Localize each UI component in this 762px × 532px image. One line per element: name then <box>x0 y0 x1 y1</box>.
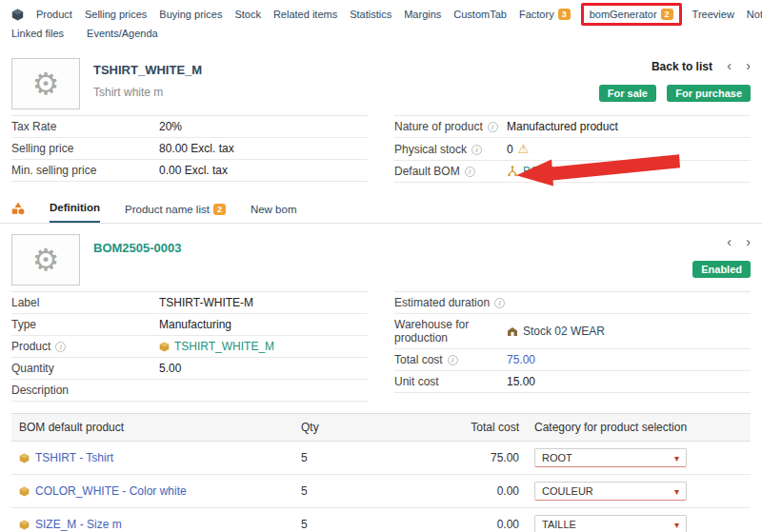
field-label: Default BOM <box>394 165 507 178</box>
tab-statistics[interactable]: Statistics <box>350 9 391 20</box>
table-header-row: BOM default product Qty Total cost Categ… <box>11 414 751 442</box>
tab-linked-files[interactable]: Linked files <box>11 28 64 39</box>
tab-definition[interactable]: Definition <box>50 202 100 223</box>
field-row-selling-price: Selling price 80.00 Excl. tax <box>11 138 368 160</box>
line-product-link[interactable]: COLOR_WHITE - Color white <box>35 484 187 498</box>
col-header-product: BOM default product <box>11 414 293 442</box>
chevron-left-icon[interactable]: ‹ <box>727 58 732 73</box>
bom-lines-table: BOM default product Qty Total cost Categ… <box>11 413 751 532</box>
field-value: 15.00 <box>507 375 535 388</box>
product-fields: Tax Rate 20% Selling price 80.00 Excl. t… <box>0 113 762 183</box>
tab-factory-badge: 3 <box>558 9 571 20</box>
field-value: TSHIRT-WHITE-M <box>159 296 253 309</box>
field-row-product: Product TSHIRT_WHITE_M <box>11 336 368 358</box>
tab-product-name-list-badge: 2 <box>213 204 226 215</box>
product-tab-bar: Product Selling prices Buying prices Sto… <box>0 0 762 25</box>
field-value: 0 <box>507 143 513 156</box>
info-icon <box>465 167 475 177</box>
field-label: Physical stock <box>394 143 507 156</box>
tab-customtab[interactable]: CustomTab <box>453 9 507 20</box>
line-product-link[interactable]: TSHIRT - Tshirt <box>35 451 113 464</box>
category-select[interactable]: ROOT ▾ <box>534 448 687 467</box>
category-select-value: COULEUR <box>542 485 593 497</box>
line-total-cost: 0.00 <box>422 475 527 508</box>
col-header-category: Category for product selection <box>527 414 751 442</box>
tab-margins[interactable]: Margins <box>404 9 441 20</box>
field-row-warehouse: Warehouse for production Stock 02 WEAR <box>394 314 751 349</box>
info-icon <box>55 342 66 352</box>
bom-product-link[interactable]: TSHIRT_WHITE_M <box>174 340 274 353</box>
field-value: 0.00 Excl. tax <box>159 164 228 177</box>
warehouse-value[interactable]: Stock 02 WEAR <box>523 325 605 338</box>
field-value: 80.00 Excl. tax <box>159 142 234 155</box>
col-header-qty: Qty <box>293 414 422 442</box>
back-to-list-link[interactable]: Back to list <box>652 60 712 73</box>
category-select[interactable]: COULEUR ▾ <box>534 482 687 501</box>
default-bom-link[interactable]: BOM2505-0003 <box>523 165 604 178</box>
info-icon <box>494 298 505 308</box>
tab-product-name-list[interactable]: Product name list 2 <box>125 204 226 223</box>
line-qty: 5 <box>293 475 422 508</box>
chevron-right-icon[interactable]: › <box>746 58 751 73</box>
field-row-estimated-duration: Estimated duration <box>394 292 751 314</box>
field-label: Description <box>11 384 159 397</box>
table-row: TSHIRT - Tshirt 5 75.00 ROOT ▾ <box>11 442 751 475</box>
chevron-right-icon[interactable]: › <box>746 234 751 249</box>
table-row: COLOR_WHITE - Color white 5 0.00 COULEUR… <box>11 475 751 508</box>
gear-placeholder-icon: ⚙ <box>32 242 60 278</box>
tab-bomgenerator[interactable]: bomGenerator 2 <box>590 9 673 20</box>
total-cost-link[interactable]: 75.00 <box>507 353 535 366</box>
product-banner: ⚙ TSHIRT_WHITE_M Tshirt white m Back to … <box>0 48 762 113</box>
chevron-down-icon: ▾ <box>674 486 679 497</box>
field-value: 5.00 <box>159 362 181 375</box>
product-module-icon <box>11 9 24 21</box>
info-icon <box>448 355 458 365</box>
tab-events-agenda[interactable]: Events/Agenda <box>87 28 158 39</box>
tab-selling-prices[interactable]: Selling prices <box>85 9 147 20</box>
field-row-nature: Nature of product Manufactured product <box>394 116 751 138</box>
product-title: TSHIRT_WHITE_M <box>93 63 592 77</box>
tab-notes[interactable]: Notes <box>747 9 762 20</box>
field-label: Unit cost <box>394 375 507 388</box>
product-fields-right: Nature of product Manufactured product P… <box>394 115 751 183</box>
field-value: Manufacturing <box>159 318 231 331</box>
field-row-total-cost: Total cost 75.00 <box>394 349 751 371</box>
bom-fields-right: Estimated duration Warehouse for product… <box>394 291 751 402</box>
tab-stock[interactable]: Stock <box>234 9 261 20</box>
field-value: Manufactured product <box>507 120 618 133</box>
tab-new-bom[interactable]: New bom <box>251 204 297 223</box>
bom-fork-icon <box>507 166 518 177</box>
tab-bomgenerator-label: bomGenerator <box>590 9 657 20</box>
tab-buying-prices[interactable]: Buying prices <box>159 9 222 20</box>
warehouse-icon <box>507 326 518 337</box>
chevron-down-icon: ▾ <box>674 520 679 530</box>
line-product-link[interactable]: SIZE_M - Size m <box>35 518 122 531</box>
tab-factory-label: Factory <box>519 9 554 20</box>
bom-banner: ⚙ BOM2505-0003 ‹ › Enabled <box>0 224 762 289</box>
field-row-type: Type Manufacturing <box>11 314 368 336</box>
category-select-value: TAILLE <box>542 519 576 530</box>
product-photo: ⚙ <box>11 58 80 109</box>
product-cube-icon <box>19 486 30 497</box>
bom-banner-main: BOM2505-0003 <box>93 234 685 286</box>
field-label: Tax Rate <box>11 120 159 133</box>
field-row-description: Description <box>11 380 368 402</box>
bom-photo: ⚙ <box>11 234 80 286</box>
product-subtitle: Tshirt white m <box>93 86 592 99</box>
tab-related-items[interactable]: Related items <box>273 9 337 20</box>
bom-banner-right: ‹ › Enabled <box>685 234 751 286</box>
bom-tab-bar: Definition Product name list 2 New bom <box>0 190 762 224</box>
field-label: Nature of product <box>394 120 507 133</box>
product-cube-icon <box>159 342 170 352</box>
tab-product[interactable]: Product <box>36 9 72 20</box>
tab-treeview[interactable]: Treeview <box>692 9 734 20</box>
field-row-label: Label TSHIRT-WHITE-M <box>11 292 368 314</box>
chevron-left-icon[interactable]: ‹ <box>727 234 732 249</box>
category-select[interactable]: TAILLE ▾ <box>534 515 687 532</box>
tab-factory[interactable]: Factory 3 <box>519 9 571 20</box>
for-sale-badge: For sale <box>599 85 656 102</box>
field-label: Total cost <box>394 353 507 366</box>
product-cube-icon <box>19 453 30 463</box>
bom-title: BOM2505-0003 <box>93 241 685 255</box>
field-label: Selling price <box>11 142 159 155</box>
